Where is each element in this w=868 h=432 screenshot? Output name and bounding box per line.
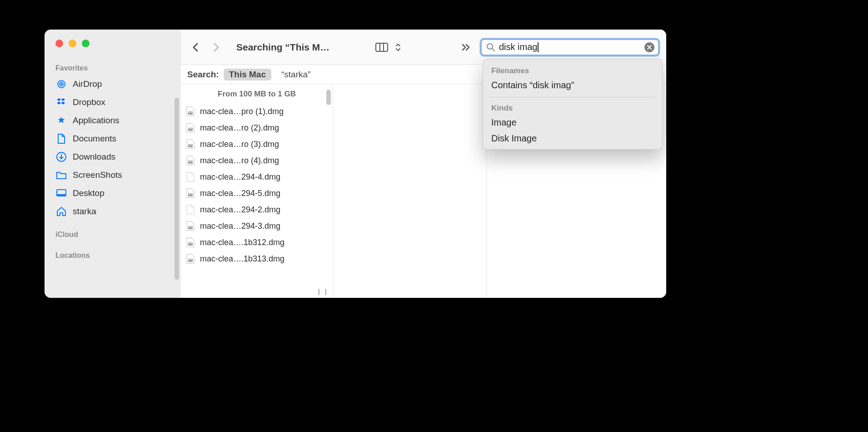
close-window-button[interactable] bbox=[55, 40, 63, 47]
search-input[interactable]: disk imag bbox=[499, 42, 641, 52]
svg-rect-16 bbox=[189, 145, 192, 146]
file-row[interactable]: mac-clea…294-2.dmg bbox=[185, 201, 329, 218]
suggestions-kinds-header: Kinds bbox=[483, 101, 662, 115]
suggestions-divider bbox=[489, 97, 656, 97]
svg-rect-12 bbox=[189, 112, 192, 113]
file-row[interactable]: mac-clea…294-3.dmg bbox=[185, 218, 329, 234]
scope-folder[interactable]: “starka” bbox=[276, 69, 316, 80]
svg-rect-22 bbox=[189, 226, 192, 227]
sidebar-item-downloads[interactable]: Downloads bbox=[53, 148, 177, 166]
svg-point-2 bbox=[60, 83, 62, 85]
home-icon bbox=[55, 206, 67, 217]
dmg-file-icon bbox=[185, 221, 195, 231]
window-title: Searching “This M… bbox=[236, 42, 329, 53]
file-row[interactable]: mac-clea…ro (2).dmg bbox=[185, 120, 329, 136]
file-row[interactable]: mac-clea…294-4.dmg bbox=[185, 169, 329, 185]
dmg-file-icon bbox=[185, 254, 195, 264]
results-column: From 100 MB to 1 GB mac-clea…pro (1).dmg… bbox=[181, 84, 333, 298]
view-controls bbox=[374, 40, 406, 54]
dmg-file-icon bbox=[185, 139, 195, 149]
view-options-stepper[interactable] bbox=[390, 40, 406, 54]
sidebar-item-label: Desktop bbox=[73, 188, 105, 198]
download-icon bbox=[55, 151, 67, 163]
file-row[interactable]: mac-clea…ro (3).dmg bbox=[185, 136, 329, 152]
file-row[interactable]: mac-clea…294-5.dmg bbox=[185, 185, 329, 201]
sidebar-list: Favorites AirDrop Dropbox Applications bbox=[45, 58, 181, 262]
main-area: Searching “This M… disk imag bbox=[181, 30, 666, 298]
sidebar: Favorites AirDrop Dropbox Applications bbox=[45, 30, 181, 298]
sidebar-section-locations: Locations bbox=[53, 248, 177, 262]
svg-rect-6 bbox=[376, 43, 388, 51]
traffic-lights bbox=[45, 30, 181, 58]
dropbox-icon bbox=[55, 96, 67, 108]
dmg-file-icon bbox=[185, 188, 195, 198]
sidebar-item-desktop[interactable]: Desktop bbox=[53, 184, 177, 202]
sidebar-section-icloud: iCloud bbox=[53, 227, 177, 241]
search-suggestions-popup: Filenames Contains “disk imag” Kinds Ima… bbox=[483, 59, 663, 150]
file-name: mac-clea…294-3.dmg bbox=[200, 221, 280, 231]
search-icon bbox=[486, 43, 495, 52]
suggestion-kind-image[interactable]: Image bbox=[483, 115, 662, 131]
back-button[interactable] bbox=[187, 40, 204, 55]
dmg-file-icon bbox=[185, 123, 195, 133]
file-icon bbox=[185, 205, 195, 215]
sidebar-scrollbar[interactable] bbox=[175, 98, 179, 280]
file-row[interactable]: mac-clea….1b312.dmg bbox=[185, 234, 329, 251]
suggestion-filename-contains[interactable]: Contains “disk imag” bbox=[483, 77, 662, 93]
file-row[interactable]: mac-clea…pro (1).dmg bbox=[185, 103, 329, 120]
forward-button[interactable] bbox=[208, 40, 224, 55]
file-name: mac-clea…ro (3).dmg bbox=[200, 140, 279, 149]
sidebar-item-airdrop[interactable]: AirDrop bbox=[53, 75, 177, 93]
svg-rect-20 bbox=[189, 194, 192, 195]
file-row[interactable]: mac-clea…ro (4).dmg bbox=[185, 152, 329, 169]
file-name: mac-clea…ro (2).dmg bbox=[200, 123, 279, 133]
file-name: mac-clea….1b312.dmg bbox=[200, 238, 284, 247]
folder-icon bbox=[55, 169, 67, 181]
sidebar-item-dropbox[interactable]: Dropbox bbox=[53, 93, 177, 111]
svg-rect-24 bbox=[189, 243, 192, 244]
file-list: mac-clea…pro (1).dmgmac-clea…ro (2).dmgm… bbox=[181, 103, 333, 267]
toolbar-overflow-button[interactable] bbox=[459, 40, 473, 54]
zoom-window-button[interactable] bbox=[82, 40, 90, 47]
sidebar-item-label: Applications bbox=[73, 116, 119, 126]
sidebar-item-home[interactable]: starka bbox=[53, 202, 177, 221]
sidebar-item-label: Dropbox bbox=[73, 97, 105, 107]
column-scrollbar[interactable] bbox=[326, 90, 331, 105]
sidebar-item-applications[interactable]: Applications bbox=[53, 111, 177, 130]
empty-column-1 bbox=[333, 84, 487, 298]
file-name: mac-clea…294-4.dmg bbox=[200, 172, 280, 182]
sidebar-item-label: Documents bbox=[73, 134, 116, 144]
svg-rect-5 bbox=[57, 194, 66, 196]
search-scope-label: Search: bbox=[187, 70, 219, 80]
file-name: mac-clea…pro (1).dmg bbox=[200, 107, 284, 116]
svg-rect-14 bbox=[189, 128, 192, 129]
file-row[interactable]: mac-clea….1b313.dmg bbox=[185, 251, 329, 267]
svg-rect-18 bbox=[189, 161, 192, 162]
sidebar-item-label: AirDrop bbox=[73, 79, 102, 89]
sidebar-item-label: starka bbox=[73, 206, 96, 216]
sidebar-item-label: Downloads bbox=[73, 152, 115, 162]
column-header: From 100 MB to 1 GB bbox=[181, 84, 333, 103]
svg-line-10 bbox=[492, 49, 494, 51]
dmg-file-icon bbox=[185, 237, 195, 247]
finder-window: Favorites AirDrop Dropbox Applications bbox=[45, 30, 666, 298]
sidebar-item-screenshots[interactable]: ScreenShots bbox=[53, 166, 177, 184]
sidebar-item-documents[interactable]: Documents bbox=[53, 130, 177, 148]
svg-point-9 bbox=[487, 44, 493, 49]
file-name: mac-clea…294-5.dmg bbox=[200, 189, 280, 198]
dmg-file-icon bbox=[185, 156, 195, 166]
search-field[interactable]: disk imag bbox=[480, 38, 660, 56]
column-view-button[interactable] bbox=[374, 40, 390, 54]
dmg-file-icon bbox=[185, 106, 195, 116]
scope-this-mac[interactable]: This Mac bbox=[224, 69, 271, 80]
suggestion-kind-disk-image[interactable]: Disk Image bbox=[483, 131, 662, 146]
svg-rect-26 bbox=[189, 259, 192, 260]
document-icon bbox=[55, 133, 67, 145]
pause-icon: ❙❙ bbox=[316, 288, 330, 295]
clear-search-button[interactable] bbox=[644, 42, 654, 52]
text-cursor bbox=[538, 42, 539, 52]
desktop-icon bbox=[55, 187, 67, 199]
applications-icon bbox=[55, 115, 67, 126]
minimize-window-button[interactable] bbox=[69, 40, 76, 47]
sidebar-item-label: ScreenShots bbox=[73, 170, 122, 180]
